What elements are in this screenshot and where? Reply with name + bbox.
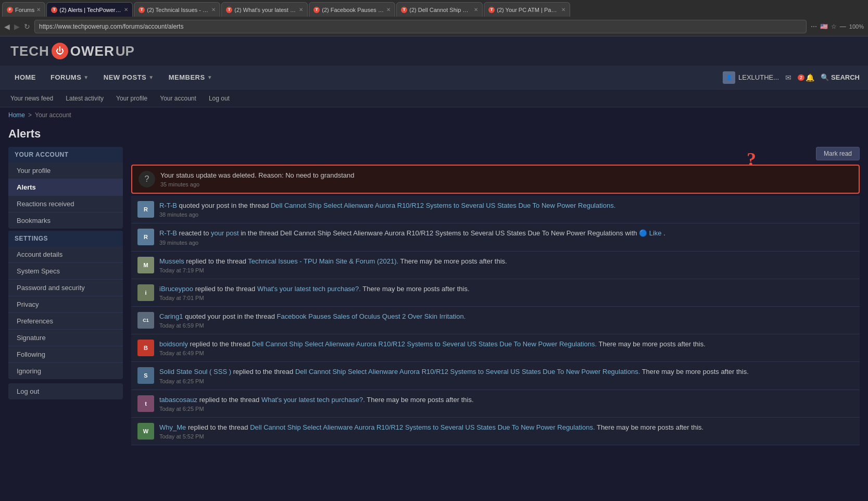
tab-close-alerts[interactable]: ✕: [124, 7, 128, 12]
link-ibruceypoo[interactable]: iBruceypoo: [159, 285, 193, 293]
link-tabascosauz[interactable]: tabascosauz: [159, 396, 197, 404]
avatar-ibruceypoo: i: [137, 284, 154, 301]
tab-close-latest-tech[interactable]: ✕: [299, 7, 303, 12]
alert-content-mussels: Mussels replied to the thread Technical …: [159, 257, 853, 273]
main-nav: HOME FORUMS ▼ NEW POSTS ▼ MEMBERS ▼ 👤 LE…: [0, 66, 868, 90]
bell-icon[interactable]: 🔔: [806, 73, 814, 82]
alert-content-rtb-quote: R-T-B quoted your post in the thread Del…: [159, 201, 853, 218]
tab-label-technical: (2) Technical Issues - TPU Ma...: [147, 7, 209, 13]
tab-close-facebook[interactable]: ✕: [386, 7, 391, 12]
flag-icon: 🇺🇸: [820, 23, 828, 30]
back-icon[interactable]: ◀: [4, 22, 10, 31]
tab-close-pcatm[interactable]: ✕: [561, 7, 565, 12]
bookmark-icon[interactable]: ☆: [831, 23, 837, 30]
tab-latest-tech[interactable]: T (2) What's your latest tech pu... ✕: [221, 2, 308, 17]
link-boidsonly[interactable]: boidsonly: [159, 340, 188, 348]
link-rtb-2[interactable]: R-T-B: [159, 229, 177, 237]
nav-forums[interactable]: FORUMS ▼: [44, 66, 95, 90]
alert-item-rtb-quote: R R-T-B quoted your post in the thread D…: [131, 196, 860, 223]
link-thread-dell-1[interactable]: Dell Cannot Ship Select Alienware Aurora…: [271, 202, 615, 209]
nav-latest-activity[interactable]: Latest activity: [64, 90, 106, 107]
mark-read-button[interactable]: Mark read: [816, 147, 860, 160]
alert-text-whyme: Why_Me replied to the thread Dell Cannot…: [159, 423, 853, 432]
nav-your-news-feed[interactable]: Your news feed: [8, 90, 55, 107]
sidebar-item-system-specs[interactable]: System Specs: [8, 263, 123, 280]
tab-close-dell[interactable]: ✕: [474, 7, 478, 12]
notification-area[interactable]: 2 🔔: [798, 73, 814, 82]
alert-time-ibruceypoo: Today at 7:01 PM: [159, 295, 853, 301]
link-whyme[interactable]: Why_Me: [159, 423, 186, 431]
zoom-level: 100%: [849, 23, 864, 30]
reload-icon[interactable]: ↻: [24, 22, 30, 31]
link-thread-dell-2[interactable]: Dell Cannot Ship Select Alienware Aurora…: [252, 340, 597, 348]
nav-new-posts[interactable]: NEW POSTS ▼: [97, 66, 160, 90]
suffix-ibruceypoo: There may be more posts after this.: [362, 285, 469, 293]
alert-content-rtb-reaction: R-T-B reacted to your post in the thread…: [159, 229, 853, 245]
minimize-icon[interactable]: —: [840, 23, 846, 30]
sidebar-item-bookmarks[interactable]: Bookmarks: [8, 212, 123, 229]
alert-time-rtb-quote: 38 minutes ago: [159, 211, 853, 218]
alert-text-caring1: Caring1 quoted your post in the thread F…: [159, 312, 853, 321]
action-text-mussels: replied to the thread: [186, 257, 248, 265]
suffix-mussels: There may be more posts after this.: [400, 257, 507, 265]
sidebar-item-your-profile[interactable]: Your profile: [8, 162, 123, 179]
mail-icon[interactable]: ✉: [785, 73, 791, 82]
url-bar[interactable]: [34, 20, 807, 33]
alert-text-boidsonly: boidsonly replied to the thread Dell Can…: [159, 340, 853, 349]
menu-icon[interactable]: ⋯: [811, 23, 817, 30]
link-caring1[interactable]: Caring1: [159, 312, 183, 320]
tab-label-alerts: (2) Alerts | TechPowerUp For...: [59, 7, 122, 13]
sidebar-item-following[interactable]: Following: [8, 346, 123, 363]
tab-label-forums: Forums: [15, 7, 34, 13]
tab-dell[interactable]: T (2) Dell Cannot Ship Select Al... ✕: [396, 2, 483, 17]
tab-forums[interactable]: F Forums ✕: [2, 2, 45, 17]
alert-item-caring1: C1 Caring1 quoted your post in the threa…: [131, 307, 860, 334]
forward-icon[interactable]: ▶: [14, 22, 20, 31]
tab-favicon-technical: T: [139, 7, 145, 13]
nav-user[interactable]: 👤 LEXLUTHE...: [723, 71, 779, 84]
search-button[interactable]: 🔍 SEARCH: [821, 73, 860, 81]
link-like[interactable]: Like: [649, 229, 662, 237]
sidebar-item-alerts[interactable]: Alerts: [8, 179, 123, 196]
link-mussels[interactable]: Mussels: [159, 257, 184, 265]
nav-members[interactable]: MEMBERS ▼: [162, 66, 219, 90]
link-thread-facebook[interactable]: Facebook Pauses Sales of Oculus Quest 2 …: [277, 312, 466, 320]
alerts-header: Mark read: [131, 147, 860, 160]
sidebar-item-account-details[interactable]: Account details: [8, 246, 123, 263]
link-rtb-1[interactable]: R-T-B: [159, 202, 177, 209]
alert-time-sss: Today at 6:25 PM: [159, 378, 853, 384]
sidebar-item-preferences[interactable]: Preferences: [8, 313, 123, 330]
link-thread-technical[interactable]: Technical Issues - TPU Main Site & Forum…: [248, 257, 398, 265]
logo-power-icon: [52, 43, 68, 59]
nav-home[interactable]: HOME: [8, 66, 42, 90]
tab-pcatm[interactable]: T (2) Your PC ATM | Page 1259... ✕: [484, 2, 570, 17]
link-thread-latest-tech-2[interactable]: What's your latest tech purchase?.: [261, 396, 365, 404]
link-thread-latest-tech[interactable]: What's your latest tech purchase?.: [257, 285, 361, 293]
nav-log-out[interactable]: Log out: [207, 90, 232, 107]
tab-alerts[interactable]: T (2) Alerts | TechPowerUp For... ✕: [46, 2, 133, 17]
alert-text-ibruceypoo: iBruceypoo replied to the thread What's …: [159, 284, 853, 294]
nav-your-profile[interactable]: Your profile: [114, 90, 149, 107]
sidebar-item-privacy[interactable]: Privacy: [8, 296, 123, 313]
avatar-caring1: C1: [137, 312, 154, 329]
link-your-post[interactable]: your post: [211, 229, 238, 237]
sidebar-item-ignoring[interactable]: Ignoring: [8, 363, 123, 379]
sidebar-item-logout[interactable]: Log out: [8, 383, 123, 399]
sidebar-item-signature[interactable]: Signature: [8, 330, 123, 346]
sidebar-item-reactions-received[interactable]: Reactions received: [8, 196, 123, 212]
breadcrumb-home[interactable]: Home: [8, 111, 25, 119]
sidebar-item-password-security[interactable]: Password and security: [8, 280, 123, 296]
link-sss[interactable]: Solid State Soul ( SSS ): [159, 368, 231, 375]
tab-technical[interactable]: T (2) Technical Issues - TPU Ma... ✕: [134, 2, 220, 17]
site-logo[interactable]: TECH OWER UP: [10, 43, 134, 59]
tab-facebook[interactable]: T (2) Facebook Pauses Sales of... ✕: [309, 2, 395, 17]
link-thread-dell-3[interactable]: Dell Cannot Ship Select Alienware Aurora…: [295, 368, 640, 375]
nav-your-account[interactable]: Your account: [158, 90, 198, 107]
sidebar: Your account Your profile Alerts Reactio…: [8, 147, 123, 445]
tab-close-technical[interactable]: ✕: [211, 7, 216, 12]
link-thread-dell-4[interactable]: Dell Cannot Ship Select Alienware Aurora…: [250, 423, 595, 431]
tab-favicon-alerts: T: [51, 7, 57, 13]
browser-bar: ◀ ▶ ↻ ⋯ 🇺🇸 ☆ — 100%: [0, 17, 868, 36]
tab-close-forums[interactable]: ✕: [36, 7, 41, 12]
site-header: TECH OWER UP: [0, 36, 868, 66]
